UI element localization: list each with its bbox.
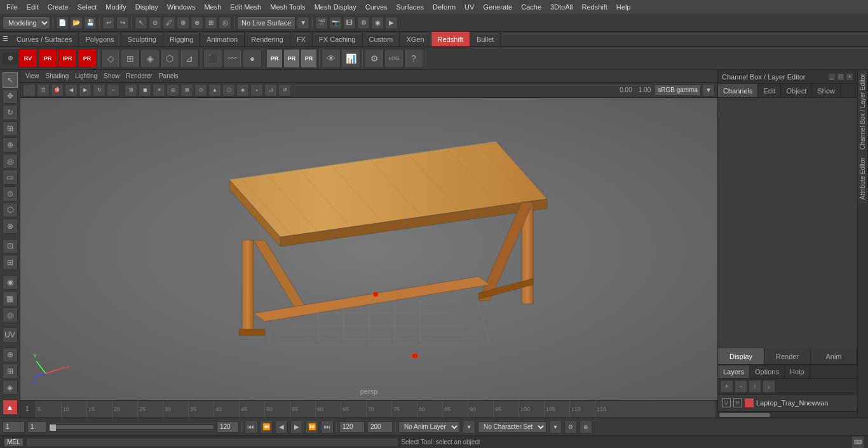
layer-down[interactable]: ↓ (763, 380, 775, 393)
channel-box-label[interactable]: Channel Box / Layer Editor (858, 70, 868, 154)
undo-btn[interactable]: ↩ (102, 17, 115, 29)
save-btn[interactable]: 💾 (84, 17, 97, 29)
panels-menu[interactable]: Panels (156, 72, 181, 80)
shelf-pr4[interactable]: PR (283, 49, 300, 68)
soft-mod-tool[interactable]: ◎ (3, 154, 18, 169)
layers-tab[interactable]: Layers (718, 365, 750, 378)
menu-generate[interactable]: Generate (479, 2, 516, 12)
menu-curves[interactable]: Curves (362, 2, 391, 12)
snap2-btn[interactable]: ⊗ (191, 17, 203, 29)
menu-cache[interactable]: Cache (517, 2, 545, 12)
show-tab[interactable]: Show (812, 84, 841, 97)
play-fwd-btn[interactable]: ▶ (290, 421, 303, 433)
select-tool[interactable]: ↖ (3, 72, 18, 88)
isolate-sel[interactable]: ◎ (3, 308, 18, 323)
shelf-sphere[interactable]: ⬡ (160, 49, 179, 68)
open-btn[interactable]: 📂 (70, 17, 83, 29)
vt-crease[interactable]: ◈ (236, 84, 249, 97)
menu-help[interactable]: Help (613, 2, 635, 12)
shelf-grid[interactable]: ⊞ (121, 49, 140, 68)
shading-menu[interactable]: Shading (43, 72, 72, 80)
paint-tool[interactable]: ⬡ (3, 203, 18, 218)
vt-smooth2[interactable]: ⊿ (264, 84, 277, 97)
shelf-pr5[interactable]: PR (301, 49, 317, 68)
extra-btn[interactable]: ▶ (385, 17, 398, 29)
options-tab[interactable]: Options (750, 365, 785, 378)
menu-create[interactable]: Create (44, 2, 72, 12)
3d-viewport[interactable]: persp X Y Z (20, 98, 717, 400)
anim-keys[interactable]: ▲ (3, 400, 18, 415)
snap-grid[interactable]: ⊡ (3, 239, 18, 254)
vt-camera[interactable]: 🎥 (23, 84, 36, 97)
vt-smooth[interactable]: ◼ (139, 84, 151, 97)
show-menu[interactable]: Show (101, 72, 122, 80)
shelf-pr1[interactable]: PR (38, 49, 57, 68)
shelf-eye[interactable]: 👁 (322, 49, 341, 68)
channels-tab[interactable]: Channels (718, 84, 758, 97)
live-surface-arrow[interactable]: ▼ (297, 17, 309, 29)
frame-start-input[interactable] (27, 421, 46, 433)
menu-mesh-display[interactable]: Mesh Display (311, 2, 360, 12)
menu-surfaces[interactable]: Surfaces (393, 2, 428, 12)
shelf-pr2[interactable]: PR (78, 49, 97, 68)
shelf-drop[interactable]: ◈ (140, 49, 159, 68)
edit-tab[interactable]: Edit (758, 84, 781, 97)
mode-fx-caching[interactable]: FX Caching (313, 32, 362, 46)
menu-windows[interactable]: Windows (163, 2, 200, 12)
go-to-start-btn[interactable]: ⏮ (245, 421, 257, 433)
lasso-tool[interactable]: ⊙ (3, 186, 18, 201)
vt-uv[interactable]: ⬡ (222, 84, 235, 97)
vt-verts[interactable]: • (250, 84, 263, 97)
paint-tool-btn[interactable]: 🖊 (163, 17, 175, 29)
char-set-dropdown[interactable]: ▼ (549, 421, 562, 433)
menu-3dtall[interactable]: 3DtoAll (546, 2, 576, 12)
step-back-btn[interactable]: ⏪ (260, 421, 273, 433)
char-set-extra[interactable]: ⊕ (580, 421, 592, 433)
menu-edit[interactable]: Edit (23, 2, 43, 12)
vt-prev-cam[interactable]: ◀ (65, 84, 78, 97)
render-tab[interactable]: Render (764, 348, 811, 364)
sculpt-tool[interactable]: ⊗ (3, 219, 18, 234)
go-to-end-btn[interactable]: ⏭ (321, 421, 334, 433)
menu-deform[interactable]: Deform (429, 2, 459, 12)
shelf-wave[interactable]: 〰 (223, 49, 242, 68)
new-scene-btn[interactable]: 📄 (56, 17, 69, 29)
rotate-tool[interactable]: ↻ (3, 105, 18, 120)
mode-bullet[interactable]: Bullet (470, 32, 501, 46)
shelf-pr3[interactable]: PR (266, 49, 283, 68)
shelf-log[interactable]: LOG (384, 49, 403, 68)
attribute-editor-label[interactable]: Attribute Editor (858, 154, 868, 203)
mode-redshift[interactable]: Redshift (431, 32, 470, 46)
select-tool-btn[interactable]: ↖ (135, 17, 147, 29)
panel-close[interactable]: × (846, 73, 853, 81)
uv-editor[interactable]: UV (3, 327, 18, 343)
range-start-input[interactable] (339, 421, 365, 433)
vt-grid[interactable]: ⊠ (180, 84, 193, 97)
multi-tool[interactable]: ⊕ (3, 137, 18, 153)
view-menu[interactable]: View (23, 72, 42, 80)
scrollbar-thumb[interactable] (719, 413, 770, 417)
display-btn[interactable]: ◉ (371, 17, 384, 29)
ipr-btn[interactable]: 📷 (329, 17, 342, 29)
anim-layer-select[interactable]: No Anim Layer (398, 421, 460, 433)
menu-modify[interactable]: Modify (102, 2, 130, 12)
render-seq-btn[interactable]: 🎞 (343, 17, 356, 29)
display-tab[interactable]: Display (718, 348, 764, 364)
marquee-tool[interactable]: ▭ (3, 170, 18, 185)
mode-animation[interactable]: Animation (200, 32, 245, 46)
display-layer[interactable]: ▦ (3, 291, 18, 306)
vt-normals[interactable]: ▲ (208, 84, 221, 97)
shelf-ipr[interactable]: IPR (58, 49, 77, 68)
render-view-btn[interactable]: 🎬 (315, 17, 328, 29)
script-mode-indicator[interactable]: MEL (4, 438, 24, 447)
extra-tool3[interactable]: ◈ (3, 380, 18, 395)
move-tool[interactable]: ✥ (3, 89, 18, 104)
command-line-input[interactable] (26, 438, 399, 447)
render-opts-btn[interactable]: ⚙ (357, 17, 370, 29)
extra-tool1[interactable]: ⊕ (3, 348, 18, 363)
mode-polygons[interactable]: Polygons (79, 32, 121, 46)
extra-tool2[interactable]: ⊞ (3, 363, 18, 379)
panel-maximize[interactable]: □ (837, 73, 844, 81)
shelf-diamond[interactable]: ◇ (101, 49, 120, 68)
show-hide[interactable]: ◉ (3, 275, 18, 290)
